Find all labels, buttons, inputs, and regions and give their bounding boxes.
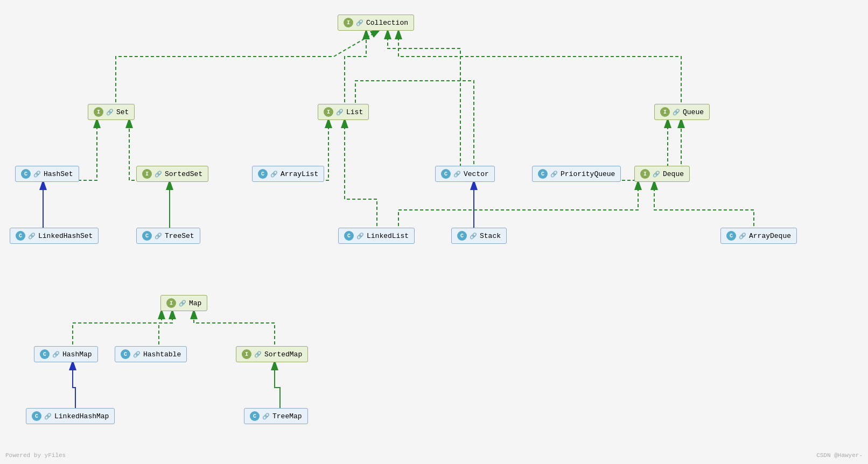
label-arraylist: ArrayList — [281, 170, 318, 178]
badge-i-collection: I — [344, 18, 353, 27]
badge-i-queue: I — [660, 107, 670, 117]
label-priorityqueue: PriorityQueue — [561, 170, 615, 178]
node-linkedhashset: C 🔗 LinkedHashSet — [10, 228, 99, 244]
label-treemap: TreeMap — [272, 412, 302, 420]
node-arraydeque: C 🔗 ArrayDeque — [720, 228, 797, 244]
node-list: I 🔗 List — [318, 104, 369, 120]
label-hashmap: HashMap — [62, 350, 92, 358]
node-deque: I 🔗 Deque — [634, 166, 690, 182]
node-linkedlist: C 🔗 LinkedList — [338, 228, 415, 244]
label-deque: Deque — [663, 170, 684, 178]
node-treeset: C 🔗 TreeSet — [136, 228, 200, 244]
node-set: I 🔗 Set — [88, 104, 135, 120]
badge-c-treeset: C — [142, 231, 152, 241]
label-queue: Queue — [683, 108, 704, 116]
badge-c-treemap: C — [250, 411, 260, 421]
node-collection: I 🔗 Collection — [338, 15, 414, 31]
node-stack: C 🔗 Stack — [451, 228, 507, 244]
badge-c-lhm: C — [32, 411, 41, 421]
node-arraylist: C 🔗 ArrayList — [252, 166, 324, 182]
label-list: List — [346, 108, 363, 116]
badge-c-hashmap: C — [40, 349, 50, 359]
node-hashmap: C 🔗 HashMap — [34, 346, 98, 362]
badge-c-arraylist: C — [258, 169, 268, 179]
label-linkedlist: LinkedList — [367, 232, 409, 240]
label-vector: Vector — [464, 170, 489, 178]
node-linkedhashmap: C 🔗 LinkedHashMap — [26, 408, 115, 424]
badge-i-deque: I — [640, 169, 650, 179]
label-sortedmap: SortedMap — [264, 350, 302, 358]
watermark-right: CSDN @Hawyer- — [816, 452, 863, 459]
node-hashset: C 🔗 HashSet — [15, 166, 79, 182]
node-priorityqueue: C 🔗 PriorityQueue — [532, 166, 621, 182]
label-map: Map — [189, 299, 201, 307]
badge-c-hashtable: C — [121, 349, 130, 359]
watermark-left: Powered by yFiles — [5, 452, 66, 459]
label-stack: Stack — [480, 232, 501, 240]
badge-i-list: I — [324, 107, 333, 117]
label-arraydeque: ArrayDeque — [749, 232, 791, 240]
label-treeset: TreeSet — [165, 232, 194, 240]
badge-i-sortedset: I — [142, 169, 152, 179]
badge-c-lhs: C — [16, 231, 25, 241]
badge-c-arraydeque: C — [726, 231, 736, 241]
node-vector: C 🔗 Vector — [435, 166, 495, 182]
label-sortedset: SortedSet — [165, 170, 202, 178]
badge-i-sortedmap: I — [242, 349, 251, 359]
node-sortedmap: I 🔗 SortedMap — [236, 346, 308, 362]
diagram-container: I 🔗 Collection I 🔗 Set I 🔗 List I 🔗 Queu… — [0, 0, 868, 464]
label-hashset: HashSet — [44, 170, 73, 178]
badge-c-ll: C — [344, 231, 354, 241]
label-collection: Collection — [366, 19, 408, 27]
label-hashtable: Hashtable — [143, 350, 181, 358]
badge-c-stack: C — [457, 231, 467, 241]
badge-c-hashset: C — [21, 169, 31, 179]
badge-i-set: I — [94, 107, 103, 117]
label-linkedhashset: LinkedHashSet — [38, 232, 93, 240]
node-queue: I 🔗 Queue — [654, 104, 710, 120]
node-hashtable: C 🔗 Hashtable — [115, 346, 187, 362]
label-linkedhashmap: LinkedHashMap — [54, 412, 109, 420]
node-treemap: C 🔗 TreeMap — [244, 408, 308, 424]
label-set: Set — [116, 108, 129, 116]
badge-c-vector: C — [441, 169, 451, 179]
badge-c-pq: C — [538, 169, 548, 179]
node-sortedset: I 🔗 SortedSet — [136, 166, 208, 182]
badge-i-map: I — [166, 298, 176, 308]
node-map: I 🔗 Map — [160, 295, 207, 311]
